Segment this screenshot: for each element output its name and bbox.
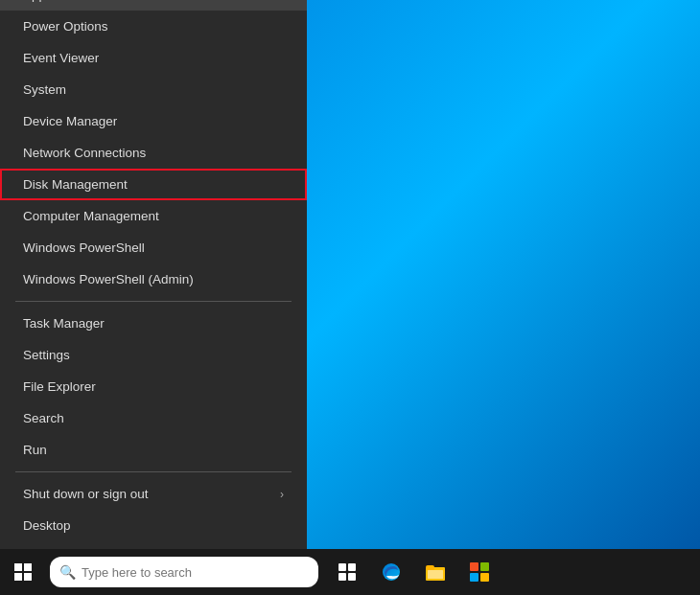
menu-item-label-windows-powershell-admin: Windows PowerShell (Admin) [23, 272, 194, 286]
menu-item-label-system: System [23, 82, 66, 97]
menu-item-label-disk-management: Disk Management [23, 177, 128, 192]
svg-rect-0 [338, 563, 346, 571]
menu-item-label-network-connections: Network Connections [23, 146, 146, 160]
menu-item-label-power-options: Power Options [23, 19, 108, 34]
menu-item-run[interactable]: Run [0, 434, 307, 466]
menu-item-shut-down[interactable]: Shut down or sign out› [0, 478, 307, 510]
menu-item-label-computer-management: Computer Management [23, 209, 159, 223]
microsoft-store-button[interactable] [458, 549, 501, 595]
menu-item-power-options[interactable]: Power Options [0, 11, 307, 42]
svg-rect-8 [470, 562, 478, 571]
menu-item-system[interactable]: System [0, 74, 307, 105]
store-icon [470, 562, 489, 582]
menu-item-task-manager[interactable]: Task Manager [0, 308, 307, 339]
menu-item-label-file-explorer: File Explorer [23, 379, 96, 394]
chevron-right-icon: › [280, 488, 284, 501]
menu-item-computer-management[interactable]: Computer Management [0, 200, 307, 232]
task-view-button[interactable] [326, 549, 368, 595]
svg-rect-6 [426, 567, 434, 570]
menu-item-search[interactable]: Search [0, 402, 307, 434]
svg-rect-9 [480, 562, 489, 571]
menu-item-apps-features[interactable]: Apps and Features [0, 0, 307, 11]
menu-divider [15, 301, 292, 302]
menu-item-label-apps-features: Apps and Features [23, 0, 132, 2]
windows-logo-icon [14, 563, 32, 581]
menu-item-settings[interactable]: Settings [0, 339, 307, 371]
svg-rect-11 [480, 573, 489, 582]
search-icon: 🔍 [59, 564, 76, 580]
svg-rect-10 [470, 573, 478, 582]
taskbar: 🔍 [0, 549, 700, 595]
menu-item-label-shut-down: Shut down or sign out [23, 487, 149, 501]
menu-item-label-windows-powershell: Windows PowerShell [23, 240, 145, 255]
menu-item-event-viewer[interactable]: Event Viewer [0, 42, 307, 74]
svg-rect-3 [348, 573, 356, 581]
desktop: Apps and FeaturesPower OptionsEvent View… [0, 0, 700, 595]
menu-item-label-event-viewer: Event Viewer [23, 51, 99, 65]
edge-button[interactable] [370, 549, 412, 595]
menu-item-label-task-manager: Task Manager [23, 316, 105, 331]
menu-item-label-search: Search [23, 411, 64, 425]
menu-item-file-explorer[interactable]: File Explorer [0, 371, 307, 402]
file-explorer-button[interactable] [414, 549, 456, 595]
svg-rect-2 [338, 573, 346, 581]
file-explorer-icon [426, 563, 445, 581]
svg-rect-1 [348, 563, 356, 571]
menu-item-label-device-manager: Device Manager [23, 114, 117, 128]
search-input[interactable] [82, 565, 309, 580]
task-view-icon [338, 563, 356, 581]
menu-item-label-settings: Settings [23, 348, 70, 362]
menu-item-network-connections[interactable]: Network Connections [0, 137, 307, 169]
menu-item-label-run: Run [23, 443, 47, 457]
context-menu: Apps and FeaturesPower OptionsEvent View… [0, 0, 307, 549]
edge-icon [382, 562, 401, 582]
start-button[interactable] [0, 549, 46, 595]
menu-item-windows-powershell-admin[interactable]: Windows PowerShell (Admin) [0, 263, 307, 295]
taskbar-search-box[interactable]: 🔍 [50, 557, 318, 587]
menu-divider [15, 471, 292, 472]
menu-item-desktop[interactable]: Desktop [0, 510, 307, 541]
menu-item-disk-management[interactable]: Disk Management [0, 169, 307, 200]
svg-rect-7 [428, 570, 443, 579]
taskbar-pinned-icons [326, 549, 501, 595]
menu-item-label-desktop: Desktop [23, 518, 71, 533]
menu-item-windows-powershell[interactable]: Windows PowerShell [0, 232, 307, 263]
menu-item-device-manager[interactable]: Device Manager [0, 105, 307, 137]
